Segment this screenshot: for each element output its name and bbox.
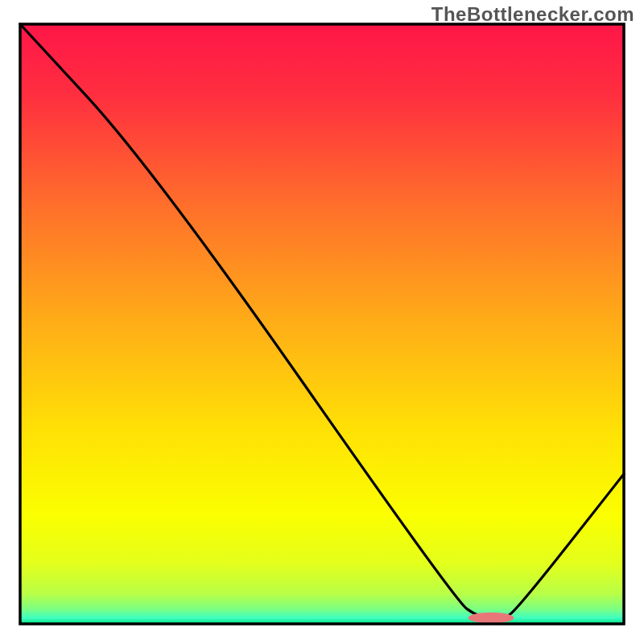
optimal-marker xyxy=(469,613,514,623)
chart-container: TheBottlenecker.com xyxy=(0,0,644,644)
chart-svg xyxy=(0,0,644,644)
watermark-text: TheBottlenecker.com xyxy=(431,3,634,26)
chart-background xyxy=(20,24,624,624)
